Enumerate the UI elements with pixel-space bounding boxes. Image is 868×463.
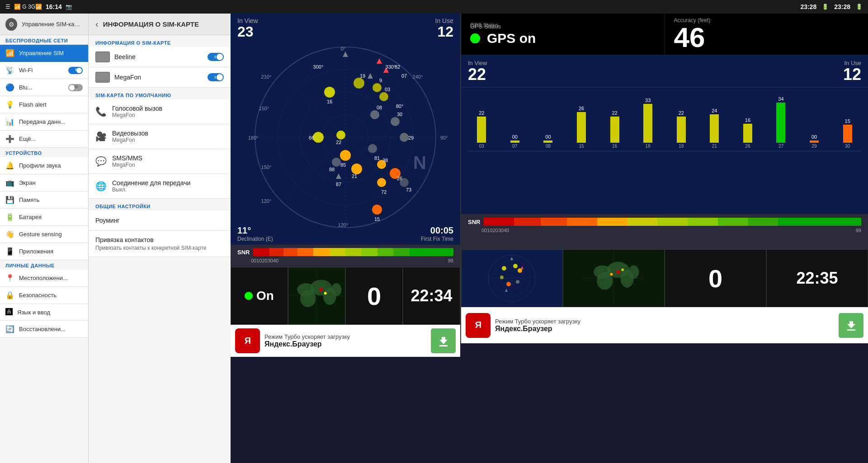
time-left: 16:14: [46, 3, 62, 10]
gps-status-panel: GPS Status GPS Status GPS on: [461, 14, 665, 55]
sim-roaming[interactable]: Роуминг: [89, 210, 231, 231]
status-on-cell: On: [231, 267, 288, 325]
bar-col-30: 1530: [831, 118, 863, 149]
signal-icons: 📶 G 3G📶: [14, 4, 42, 10]
sidebar-item-data[interactable]: 📊 Передача данн...: [0, 113, 88, 131]
svg-text:240°: 240°: [413, 74, 423, 80]
sidebar-item-location[interactable]: 📍 Местоположени...: [0, 270, 88, 287]
video-text: Видеовызов MegaFon: [112, 130, 148, 143]
sidebar-item-memory[interactable]: 💾 Память: [0, 192, 88, 209]
sidebar-item-battery[interactable]: 🔋 Батарея: [0, 209, 88, 226]
gps-left-column: In View 23 In Use 12: [231, 14, 461, 343]
svg-point-88: [500, 276, 504, 279]
sim-default-video[interactable]: 🎥 Видеовызов MegaFon: [89, 124, 231, 149]
time-value-1: 22:34: [410, 286, 452, 305]
sidebar-item-language[interactable]: 🅰 Язык и ввод: [0, 304, 88, 321]
sim-default-header: SIM-КАРТА ПО УМОЛЧАНИЮ: [89, 90, 231, 99]
svg-text:66: 66: [309, 135, 314, 140]
contact-text: Привязка контактов Привязать контакты к …: [95, 236, 224, 251]
ad-download-left[interactable]: [431, 328, 456, 353]
sim-label: Управление SIM: [19, 50, 83, 56]
time-cell-2: 22:35: [766, 249, 868, 307]
snr-label-left: SNR: [237, 249, 250, 256]
sidebar-item-security[interactable]: 🔒 Безопасность: [0, 287, 88, 304]
svg-point-57: [400, 178, 409, 187]
section-device: УСТРОЙСТВО: [0, 148, 88, 157]
sidebar-item-screen[interactable]: 📺 Экран: [0, 174, 88, 192]
sidebar-item-gesture[interactable]: 👋 Gesture sensing: [0, 226, 88, 243]
svg-text:07: 07: [401, 73, 407, 79]
yandex-icon-left: Я: [235, 328, 260, 353]
security-icon: 🔒: [5, 291, 14, 299]
inuse-value-right: 12: [843, 66, 861, 83]
svg-text:9: 9: [379, 78, 382, 83]
sidebar-item-sim-management[interactable]: 📶 Управление SIM: [0, 45, 88, 62]
svg-point-37: [313, 132, 324, 143]
location-icon: 📍: [5, 274, 14, 282]
data-text: Соединение для передачи Выкл.: [112, 179, 190, 193]
svg-text:N: N: [413, 153, 426, 173]
sim-contact-binding[interactable]: Привязка контактов Привязать контакты к …: [89, 231, 231, 257]
ad-banner-right[interactable]: Я Режим Турбо ускоряет загрузку Яндекс.Б…: [461, 307, 868, 343]
svg-text:15: 15: [374, 216, 380, 222]
sim-card-megafon[interactable]: MegaFon I: [89, 67, 231, 88]
svg-point-103: [610, 273, 613, 276]
ad-text-right: Режим Турбо ускоряет загрузку Яндекс.Бра…: [495, 318, 834, 333]
bluetooth-toggle[interactable]: O: [68, 84, 83, 91]
gesture-icon: 👋: [5, 230, 14, 239]
svg-text:81: 81: [374, 155, 380, 161]
svg-text:22: 22: [336, 140, 341, 145]
svg-point-45: [332, 158, 341, 167]
sidebar-item-more[interactable]: ➕ Ещё...: [0, 131, 88, 148]
memory-icon: 💾: [5, 196, 14, 204]
sim-card-beeline[interactable]: Beeline I: [89, 47, 231, 67]
sidebar-item-flash-alert[interactable]: 💡 Flash alert: [0, 96, 88, 113]
sidebar-item-restore[interactable]: 🔄 Восстановлени...: [0, 321, 88, 338]
mini-radar-svg: [486, 253, 538, 304]
sim-default-voice[interactable]: 📞 Голосовой вызов MegaFon: [89, 99, 231, 124]
ad-text-left: Режим Турбо ускоряет загрузку Яндекс.Бра…: [264, 333, 426, 348]
sidebar-item-wifi[interactable]: 📡 Wi-Fi I: [0, 62, 88, 79]
svg-text:87: 87: [336, 182, 341, 187]
svg-text:90°: 90°: [440, 135, 448, 140]
bar-col-27: 3427: [765, 96, 797, 149]
sidebar-item-sound[interactable]: 🔔 Профили звука: [0, 157, 88, 174]
radar-section: In View 23 In Use 12: [231, 14, 460, 244]
svg-point-33: [391, 117, 400, 126]
sim-info-title: ИНФОРМАЦИЯ О SIM-КАРТЕ: [103, 20, 199, 28]
ad-download-right[interactable]: [839, 313, 863, 338]
sidebar-item-apps[interactable]: 📱 Приложения: [0, 243, 88, 260]
wifi-toggle[interactable]: I: [68, 67, 83, 74]
sim-default-sms[interactable]: 💬 SMS/MMS MegaFon: [89, 149, 231, 174]
megafon-toggle[interactable]: I: [208, 73, 224, 81]
number-cell-1: 0: [345, 267, 403, 325]
gesture-label: Gesture sensing: [19, 231, 83, 238]
inuse-value: 12: [435, 24, 453, 39]
bar-col-07: 0007: [499, 134, 531, 149]
svg-text:330°: 330°: [386, 64, 396, 70]
beeline-toggle[interactable]: I: [208, 53, 224, 61]
snr-bar-left: SNR 001: [231, 244, 460, 267]
bar-col-03: 2203: [466, 110, 498, 149]
bar-col-26: 1626: [732, 117, 764, 149]
status-bar: ☰ 📶 G 3G📶 16:14 📷 23:28 🔋 23:28 🔋: [0, 0, 868, 14]
section-personal: ЛИЧНЫЕ ДАННЫЕ: [0, 260, 88, 270]
gps-indicator-dot: [470, 33, 480, 43]
svg-point-104: [621, 268, 624, 271]
data-label: Передача данн...: [19, 118, 83, 125]
svg-point-59: [372, 205, 382, 215]
language-icon: 🅰: [5, 308, 13, 316]
data-transfer-icon: 🌐: [95, 181, 107, 192]
sidebar-title-bar: ⚙ Управление SIM-картами: [0, 14, 88, 35]
sim-info-back-arrow: ‹: [95, 19, 99, 29]
sidebar-item-bluetooth[interactable]: 🔵 Blu... O: [0, 79, 88, 96]
sidebar-title: Управление SIM-картами: [22, 21, 83, 28]
svg-point-29: [379, 92, 388, 101]
battery-icon-2: 🔋: [856, 4, 863, 10]
sim-default-data[interactable]: 🌐 Соединение для передачи Выкл.: [89, 174, 231, 199]
sim-card-icon-beeline: [95, 51, 110, 62]
bar-col-15: 2615: [566, 106, 598, 149]
mini-radar-cell: [461, 249, 563, 307]
svg-rect-108: [847, 329, 855, 331]
ad-banner-left[interactable]: Я Режим Турбо ускоряет загрузку Яндекс.Б…: [231, 325, 460, 357]
